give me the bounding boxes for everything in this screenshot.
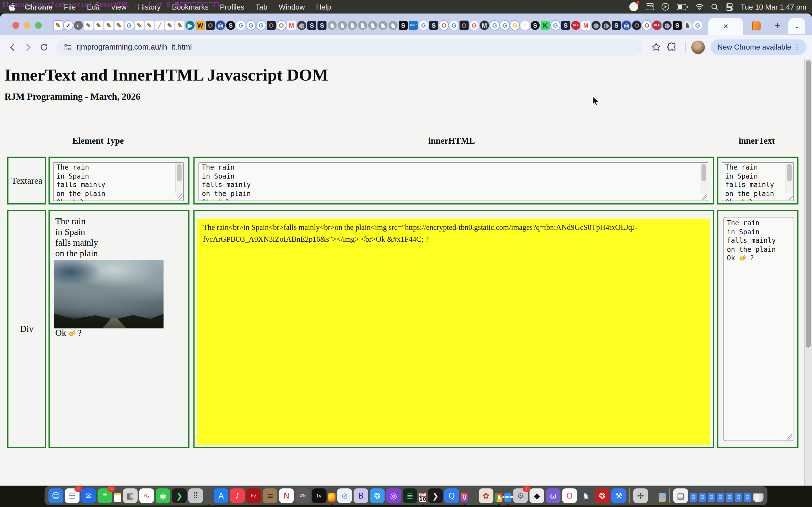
dock-appstore-icon[interactable]: A	[214, 489, 229, 503]
pinned-tab-favicon[interactable]: ✎	[135, 21, 144, 30]
dock-notes-icon[interactable]	[114, 493, 121, 502]
active-tab[interactable]: ✕	[708, 18, 743, 35]
pinned-tab-favicon[interactable]: ◎	[622, 21, 631, 30]
battery-icon[interactable]	[677, 4, 688, 10]
pinned-tab-favicon[interactable]: S	[561, 21, 570, 30]
dock-quicktime-icon[interactable]: Q	[444, 489, 459, 503]
pinned-tab-favicon[interactable]: O	[206, 21, 215, 30]
pinned-tab-favicon[interactable]: G	[236, 21, 245, 30]
pinned-tab-favicon[interactable]: G	[470, 21, 479, 30]
dock-keypad-icon[interactable]: ⠿	[188, 489, 203, 503]
wifi-icon[interactable]	[696, 4, 704, 10]
dock-terminal-icon[interactable]: ❯	[172, 489, 187, 503]
dock-accessibility-icon[interactable]: ✣	[633, 489, 648, 503]
dock-photo-icon[interactable]	[659, 493, 666, 502]
extensions-icon[interactable]	[664, 39, 679, 55]
dock-news-icon[interactable]: N	[279, 489, 294, 503]
dock-music-icon[interactable]: ♪	[230, 489, 245, 503]
pinned-tab-favicon[interactable]: M	[581, 21, 591, 30]
pinned-tab-favicon[interactable]: S	[530, 21, 540, 30]
pinned-tab-favicon[interactable]: AFL	[571, 21, 580, 30]
window-close-button[interactable]	[12, 22, 19, 29]
dock-minidoc-icon[interactable]: ▤	[744, 493, 751, 502]
dock-filezilla-icon[interactable]: Fz	[246, 489, 261, 503]
menu-profiles[interactable]: Profiles	[214, 3, 250, 11]
address-bar[interactable]: rjmprogramming.com.au/ih_it.html	[56, 39, 642, 55]
pinned-tab-favicon[interactable]: ◍	[297, 21, 306, 30]
pinned-tab-favicon[interactable]: S	[673, 21, 682, 30]
pinned-tab-favicon[interactable]: S	[429, 21, 438, 30]
pinned-tab-favicon[interactable]: O	[439, 21, 448, 30]
spotlight-search-icon[interactable]	[711, 3, 719, 10]
dock-bapp-icon[interactable]: B	[354, 489, 368, 503]
pinned-tab-favicon[interactable]: ✎	[145, 21, 154, 30]
resize-handle-icon[interactable]	[787, 194, 793, 200]
pinned-tab-favicon[interactable]: S	[317, 21, 326, 30]
scrollbar-thumb[interactable]	[177, 164, 182, 182]
url-text[interactable]: rjmprogramming.com.au/ih_it.html	[77, 43, 192, 51]
pinned-tab-favicon[interactable]: ◐	[74, 21, 83, 30]
pinned-tab-favicon[interactable]: ✎	[84, 21, 93, 30]
menu-tab[interactable]: Tab	[250, 3, 273, 11]
dock-reminders-icon[interactable]: ☰3	[65, 489, 80, 503]
textarea-innertext[interactable]: The rainin Spainfalls mainlyon the plain…	[722, 162, 794, 201]
dock-minidoc-icon[interactable]: ▤	[735, 493, 742, 502]
dock-mastodon-icon[interactable]: ♞	[578, 489, 593, 503]
chrome-update-button[interactable]: New Chrome available ⋮	[711, 40, 806, 55]
dock-exec-icon[interactable]: ≣	[403, 489, 417, 503]
control-center-icon[interactable]	[726, 3, 733, 10]
pinned-tab-favicon[interactable]: S	[399, 21, 408, 30]
menu-clock[interactable]: Tue 10 Mar 1:47 pm	[741, 3, 806, 11]
pinned-tab-favicon[interactable]: W	[196, 21, 205, 30]
dock-launchpad-icon[interactable]: ▦	[123, 489, 138, 503]
pinned-tab-favicon[interactable]: ✎	[54, 21, 63, 30]
dock-calendar-icon[interactable]: 10	[419, 493, 426, 502]
dock-minidoc-icon[interactable]: ▤	[690, 493, 697, 502]
pinned-tab-favicon[interactable]: ♞	[358, 21, 367, 30]
pinned-tab-favicon[interactable]: G	[693, 21, 702, 30]
pinned-tab-favicon[interactable]: ◌	[520, 21, 529, 30]
dock-textedit-icon[interactable]	[205, 493, 212, 502]
menu-help[interactable]: Help	[310, 3, 337, 11]
dock-finder-icon[interactable]: ☺	[49, 489, 63, 503]
pinned-tab-favicon[interactable]: ▶	[186, 21, 195, 30]
tab-search-button[interactable]: ⌄	[788, 18, 805, 34]
scrollbar-thumb[interactable]	[702, 164, 706, 182]
dock-minidoc-icon[interactable]: ▤	[708, 493, 715, 502]
pinned-tab-favicon[interactable]: G	[124, 21, 134, 30]
notification-app-icon[interactable]	[629, 2, 639, 11]
pinned-tab-favicon[interactable]: ♞	[368, 21, 377, 30]
pinned-tab-favicon[interactable]: ◍	[602, 21, 611, 30]
pinned-tab-favicon[interactable]: SAP	[409, 21, 418, 30]
now-playing-icon[interactable]	[662, 3, 670, 11]
page-scrollbar-thumb[interactable]	[806, 60, 811, 348]
dock-minidoc-icon[interactable]: ▤	[717, 493, 724, 502]
pinned-tab-favicon[interactable]: G	[257, 21, 266, 30]
dock-pet-icon[interactable]: ω	[546, 489, 560, 503]
pinned-tab-favicon[interactable]: S	[226, 21, 235, 30]
kebab-menu-icon[interactable]: ⋮	[791, 43, 803, 51]
pinned-tab-favicon[interactable]: ♞	[338, 21, 347, 30]
dock-facetime-icon[interactable]: ◉	[156, 489, 170, 503]
pinned-tab-favicon[interactable]: O	[460, 21, 469, 30]
dock-leather-icon[interactable]: ≡	[263, 489, 277, 503]
pinned-tab-favicon[interactable]: G	[246, 21, 255, 30]
dock-printer-icon[interactable]: ▤	[673, 489, 688, 503]
textarea-scrollbar[interactable]	[175, 163, 183, 193]
pinned-tab-favicon[interactable]: G	[490, 21, 499, 30]
pinned-tab-favicon[interactable]: ♞	[683, 21, 692, 30]
dock-messages-icon[interactable]: ❝211	[98, 489, 112, 503]
dock-gimp-icon[interactable]: ✑	[296, 489, 310, 503]
pinned-tab-favicon[interactable]: G	[449, 21, 458, 30]
textarea-source[interactable]: The rainin Spainfalls mainlyon the plain…	[53, 162, 184, 201]
dock-inkscape-icon[interactable]: ◆	[529, 489, 544, 503]
resize-handle-icon[interactable]	[786, 434, 792, 440]
dock-doc-icon[interactable]	[470, 493, 477, 502]
pinned-tab-favicon[interactable]: ◍	[663, 21, 672, 30]
pinned-tab-favicon[interactable]: AFL	[652, 21, 661, 30]
reload-button[interactable]	[36, 39, 52, 55]
keyboard-switcher-icon[interactable]	[646, 3, 654, 10]
textarea-scrollbar[interactable]	[785, 163, 794, 193]
pinned-tab-favicon[interactable]: G	[551, 21, 560, 30]
dock-intellij-icon[interactable]: IJ	[461, 493, 468, 502]
